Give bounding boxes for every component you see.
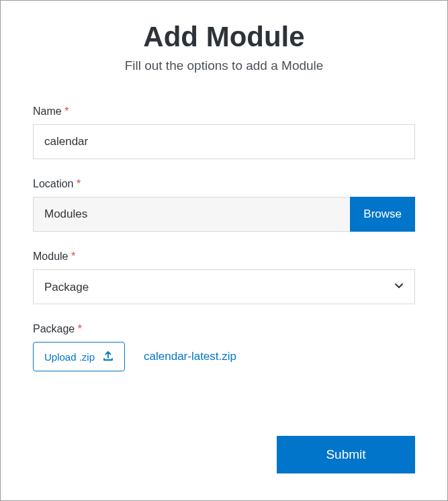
required-asterisk: * xyxy=(71,250,75,262)
module-select[interactable]: Package xyxy=(33,269,415,304)
form-header: Add Module Fill out the options to add a… xyxy=(33,21,415,73)
package-label-text: Package xyxy=(33,323,75,334)
required-asterisk: * xyxy=(77,178,81,189)
page-subtitle: Fill out the options to add a Module xyxy=(33,58,415,73)
module-label: Module * xyxy=(33,250,415,263)
location-field-group: Location * Browse xyxy=(33,178,415,232)
submit-button[interactable]: Submit xyxy=(277,436,415,473)
upload-button-label: Upload .zip xyxy=(44,351,95,363)
location-label: Location * xyxy=(33,178,415,190)
package-label: Package * xyxy=(33,323,415,335)
package-upload-row: Upload .zip calendar-latest.zip xyxy=(33,342,415,371)
required-asterisk: * xyxy=(64,105,69,117)
location-input-group: Browse xyxy=(33,197,415,232)
required-asterisk: * xyxy=(78,323,82,334)
module-select-wrapper: Package xyxy=(33,269,415,304)
page-title: Add Module xyxy=(33,21,415,53)
upload-icon xyxy=(103,351,114,363)
upload-zip-button[interactable]: Upload .zip xyxy=(33,342,125,371)
package-field-group: Package * Upload .zip calendar-latest.zi… xyxy=(33,323,415,371)
name-field-group: Name * xyxy=(33,105,415,159)
name-input[interactable] xyxy=(33,124,415,159)
module-field-group: Module * Package xyxy=(33,250,415,304)
module-label-text: Module xyxy=(33,250,68,262)
browse-button[interactable]: Browse xyxy=(350,197,415,232)
location-input[interactable] xyxy=(33,197,350,232)
location-label-text: Location xyxy=(33,178,74,189)
name-label: Name * xyxy=(33,105,415,118)
form-footer: Submit xyxy=(33,436,415,473)
name-label-text: Name xyxy=(33,105,62,117)
uploaded-filename: calendar-latest.zip xyxy=(144,350,236,363)
